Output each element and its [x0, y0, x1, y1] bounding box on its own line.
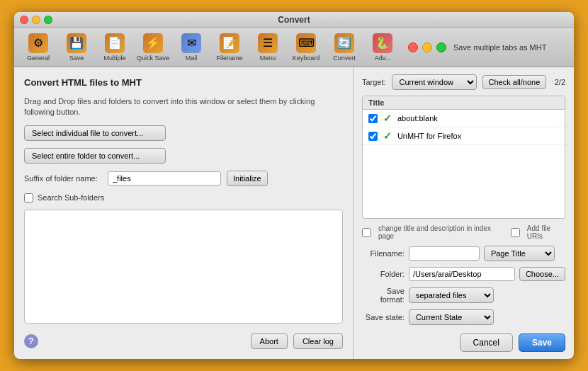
- mail-label: Mail: [186, 55, 198, 62]
- select-folder-button[interactable]: Select entire folder to convert...: [24, 148, 166, 164]
- filename-row: Filename: Page Title: [362, 246, 565, 261]
- quicksave-label: Quick Save: [137, 55, 169, 62]
- content-area: Convert HTML files to MHT Drag and Drop …: [14, 67, 574, 359]
- toolbar-item-keyboard[interactable]: ⌨ Keyboard: [288, 30, 324, 64]
- toolbar-item-convert[interactable]: 🔄 Convert: [326, 30, 363, 64]
- window-controls: [20, 16, 52, 24]
- tab-title-unmht: UnMHT for Firefox: [397, 132, 461, 140]
- main-window: Convert ⚙ General 💾 Save 📄 Multiple ⚡ Qu…: [14, 12, 574, 359]
- adv-label: Adv...: [375, 55, 390, 62]
- cancel-button[interactable]: Cancel: [460, 333, 513, 352]
- filename-field-label: Filename:: [362, 249, 405, 258]
- save-format-select[interactable]: separated files: [409, 287, 494, 303]
- clear-log-button[interactable]: Clear log: [293, 333, 343, 349]
- abort-button[interactable]: Abort: [251, 333, 288, 349]
- tabs-list-header: Title: [363, 96, 565, 110]
- select-file-button[interactable]: Select individual file to convert...: [24, 125, 166, 141]
- quicksave-icon: ⚡: [143, 33, 163, 53]
- toolbar-item-save[interactable]: 💾 Save: [58, 30, 95, 64]
- check-all-button[interactable]: Check all/none: [482, 75, 547, 89]
- multiple-label: Multiple: [103, 55, 125, 62]
- save-icon: 💾: [67, 33, 86, 53]
- folder-row: Folder: Choose...: [362, 267, 565, 281]
- window-title: Convert: [278, 15, 310, 25]
- search-subfolders-checkbox[interactable]: [24, 193, 33, 202]
- save-label: Save: [69, 55, 84, 62]
- toolbar-item-filename[interactable]: 📝 Filename: [211, 30, 248, 64]
- save-mht-title: Save multiple tabs as MHT: [453, 43, 546, 52]
- general-icon: ⚙: [28, 33, 48, 53]
- keyboard-label: Keyboard: [293, 55, 320, 62]
- filename-type-select[interactable]: Page Title: [484, 246, 555, 261]
- toolbar: ⚙ General 💾 Save 📄 Multiple ⚡ Quick Save…: [14, 28, 574, 67]
- save-state-select[interactable]: Current State: [409, 309, 494, 325]
- title-bar: Convert: [14, 12, 574, 28]
- search-subfolders-label: Search Sub-folders: [38, 193, 104, 202]
- filename-icon: 📝: [220, 33, 239, 53]
- folder-input[interactable]: [409, 267, 515, 281]
- toolbar-item-mail[interactable]: ✉ Mail: [173, 30, 210, 64]
- check-icon-unmht: ✓: [383, 130, 392, 142]
- target-select[interactable]: Current window: [392, 74, 477, 90]
- add-uri-label: Add file URIs: [527, 224, 565, 240]
- maximize-button[interactable]: [44, 16, 52, 24]
- suffix-input[interactable]: [108, 171, 221, 186]
- left-panel-title: Convert HTML files to MHT: [24, 77, 343, 88]
- toolbar-item-general[interactable]: ⚙ General: [20, 30, 57, 64]
- change-title-checkbox[interactable]: [362, 228, 371, 237]
- log-area: [24, 210, 343, 324]
- close-button[interactable]: [20, 16, 28, 24]
- minimize-button[interactable]: [32, 16, 40, 24]
- target-label: Target:: [362, 78, 386, 86]
- toolbar-item-multiple[interactable]: 📄 Multiple: [96, 30, 133, 64]
- toolbar-item-adv[interactable]: 🐍 Adv...: [364, 30, 401, 64]
- keyboard-icon: ⌨: [296, 33, 316, 53]
- save-button[interactable]: Save: [519, 333, 565, 352]
- help-button[interactable]: ?: [24, 334, 38, 348]
- multiple-icon: 📄: [105, 33, 125, 53]
- add-uri-checkbox[interactable]: [511, 228, 520, 237]
- status-red: [408, 42, 418, 52]
- tab-item-unmht[interactable]: ✓ UnMHT for Firefox: [363, 127, 565, 145]
- filename-label: Filename: [216, 55, 242, 62]
- left-panel: Convert HTML files to MHT Drag and Drop …: [14, 67, 354, 359]
- menu-icon: ☰: [258, 33, 278, 53]
- filename-input[interactable]: [409, 246, 480, 261]
- tab-item-blank[interactable]: ✓ about:blank: [363, 110, 565, 127]
- status-yellow: [422, 42, 432, 52]
- initialize-button[interactable]: Initialize: [227, 171, 268, 186]
- tab-checkbox-blank[interactable]: [368, 114, 378, 123]
- choose-button[interactable]: Choose...: [519, 267, 565, 281]
- toolbar-item-menu[interactable]: ☰ Menu: [249, 30, 286, 64]
- save-state-row: Save state: Current State: [362, 309, 565, 325]
- menu-label: Menu: [260, 55, 276, 62]
- save-state-label: Save state:: [362, 313, 405, 321]
- search-subfolders-row: Search Sub-folders: [24, 193, 343, 202]
- save-format-row: Save format: separated files: [362, 287, 565, 304]
- adv-icon: 🐍: [373, 33, 392, 53]
- mail-icon: ✉: [181, 33, 201, 53]
- status-green: [436, 42, 446, 52]
- general-label: General: [27, 55, 50, 62]
- tab-title-blank: about:blank: [397, 114, 438, 122]
- save-cancel-row: Cancel Save: [362, 333, 565, 352]
- bottom-buttons: ? Abort Clear log: [24, 331, 343, 349]
- right-panel: Target: Current window Check all/none 2/…: [354, 67, 574, 359]
- change-title-label: change title and description in index pa…: [378, 224, 499, 240]
- count-label: 2/2: [555, 78, 565, 86]
- suffix-label: Suffix of folder name:: [24, 174, 102, 183]
- target-row: Target: Current window Check all/none 2/…: [362, 74, 565, 90]
- toolbar-item-quicksave[interactable]: ⚡ Quick Save: [135, 30, 171, 64]
- check-icon-blank: ✓: [383, 113, 392, 124]
- folder-label: Folder:: [362, 270, 405, 278]
- tabs-list: Title ✓ about:blank ✓ UnMHT for Firefox: [362, 96, 565, 219]
- left-panel-description: Drag and Drop files and folders to conve…: [24, 96, 343, 118]
- save-format-label: Save format:: [362, 287, 405, 304]
- suffix-row: Suffix of folder name: Initialize: [24, 171, 343, 186]
- convert-label: Convert: [333, 55, 356, 62]
- change-title-row: change title and description in index pa…: [362, 224, 565, 240]
- convert-icon: 🔄: [334, 33, 354, 53]
- tab-checkbox-unmht[interactable]: [368, 132, 378, 141]
